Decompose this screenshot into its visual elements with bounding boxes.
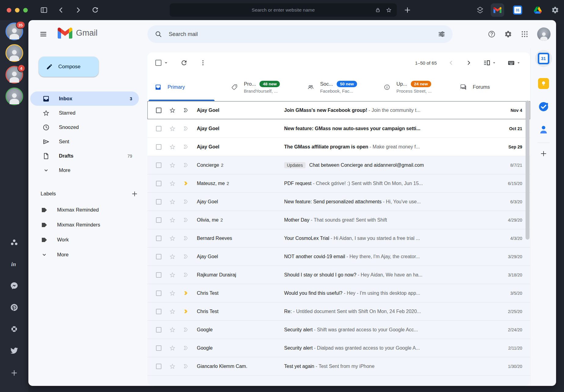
drive-app-tab[interactable] [531, 3, 544, 17]
search-icon[interactable] [155, 30, 162, 38]
account-avatar[interactable] [5, 87, 23, 105]
back-icon[interactable] [57, 6, 65, 14]
gmail-settings-gear-icon[interactable] [504, 30, 512, 38]
zoom-window-button[interactable] [23, 8, 28, 12]
create-label-icon[interactable] [131, 190, 138, 198]
label-item-more[interactable]: More [28, 247, 147, 262]
sidebar-item-more[interactable]: More [30, 163, 139, 177]
label-item-work[interactable]: Work [28, 232, 147, 247]
email-row[interactable]: Ajay GoelThe GMass affiliate program is … [147, 138, 530, 156]
importance-marker-icon[interactable] [183, 253, 189, 260]
star-icon[interactable] [169, 180, 176, 187]
email-row[interactable]: GoogleSecurity alert - Shift was granted… [147, 321, 530, 339]
star-icon[interactable] [169, 107, 176, 114]
email-row[interactable]: Chris TestWould you find this useful? - … [147, 284, 530, 302]
email-checkbox[interactable] [156, 236, 161, 241]
importance-marker-icon[interactable] [183, 363, 189, 369]
star-icon[interactable] [169, 363, 176, 370]
refresh-icon[interactable] [180, 59, 188, 66]
star-icon[interactable] [169, 253, 176, 260]
label-item-mixmaxreminded[interactable]: Mixmax Reminded [28, 202, 147, 217]
email-checkbox[interactable] [156, 199, 161, 205]
pinterest-icon[interactable] [10, 303, 18, 312]
calendar-panel-button[interactable]: 31 [535, 50, 552, 67]
sidebar-item-sent[interactable]: Sent [30, 134, 139, 149]
email-checkbox[interactable] [156, 290, 161, 296]
email-checkbox[interactable] [156, 327, 161, 333]
importance-marker-icon[interactable] [183, 162, 189, 168]
importance-marker-icon[interactable] [183, 326, 189, 333]
gmail-app-tab[interactable] [491, 3, 504, 17]
importance-marker-icon[interactable] [183, 272, 189, 278]
close-window-button[interactable] [7, 8, 11, 12]
email-checkbox[interactable] [156, 309, 161, 314]
importance-marker-icon[interactable] [183, 125, 189, 132]
compose-button[interactable]: Compose [39, 57, 99, 77]
split-view-control[interactable] [483, 59, 497, 66]
sidebar-toggle-icon[interactable] [40, 6, 48, 14]
reload-icon[interactable] [91, 6, 99, 14]
account-avatar[interactable]: 4 [5, 66, 23, 84]
email-row[interactable]: Rajkumar DurairajShould I stay or should… [147, 266, 530, 284]
sidebar-item-starred[interactable]: Starred [30, 106, 139, 120]
email-checkbox[interactable] [156, 345, 161, 351]
minimize-window-button[interactable] [15, 8, 20, 12]
email-checkbox[interactable] [156, 181, 161, 186]
star-icon[interactable] [169, 217, 176, 223]
importance-marker-icon[interactable] [183, 290, 189, 296]
select-dropdown-caret-icon[interactable] [163, 60, 169, 66]
input-tools-control[interactable] [508, 59, 521, 66]
star-icon[interactable] [169, 308, 176, 315]
tab-pro[interactable]: Pro...48 newBrandYourself, ... [224, 73, 300, 101]
contacts-panel-button[interactable] [538, 124, 549, 135]
select-all-checkbox[interactable] [155, 60, 161, 66]
search-filters-icon[interactable] [438, 30, 445, 38]
email-row[interactable]: Mateusz, me2PDF request - Check gdrive! … [147, 174, 530, 193]
star-icon[interactable] [169, 198, 176, 205]
email-checkbox[interactable] [156, 272, 161, 278]
star-icon[interactable] [169, 162, 176, 169]
importance-marker-icon[interactable] [183, 107, 189, 113]
importance-marker-icon[interactable] [183, 180, 189, 187]
slack-icon[interactable] [10, 325, 18, 333]
tab-up[interactable]: Up...24 newProcess Street, ... [376, 73, 453, 101]
messenger-icon[interactable] [10, 282, 18, 290]
add-app-icon[interactable] [10, 369, 18, 377]
email-row[interactable]: Ajay GoelNOT another covid-19 email - He… [147, 248, 530, 266]
address-bar[interactable]: Search or enter website name [170, 3, 397, 17]
list-scrollbar[interactable] [526, 101, 530, 240]
tab-forums[interactable]: Forums [453, 73, 529, 101]
search-input[interactable] [169, 31, 438, 37]
email-row[interactable]: Olivia, me2Mother Day - That sounds grea… [147, 211, 530, 229]
email-row[interactable]: Giancarlo Klemm Cam.Test yet again - Tes… [147, 357, 530, 376]
star-icon[interactable] [169, 125, 176, 132]
importance-marker-icon[interactable] [183, 345, 189, 351]
star-icon[interactable] [169, 326, 176, 333]
newer-page-icon[interactable] [448, 59, 454, 66]
email-row[interactable]: Chris TestRe: - Untitled document Sent w… [147, 302, 530, 321]
importance-marker-icon[interactable] [183, 235, 189, 241]
tab-soc[interactable]: Soc...50 newFacebook, Fac... [300, 73, 376, 101]
email-checkbox[interactable] [156, 126, 161, 131]
keep-panel-button[interactable] [538, 78, 549, 89]
star-icon[interactable] [169, 144, 176, 150]
email-row[interactable]: Ajay GoelNew feature: GMass now auto-sav… [147, 119, 530, 138]
more-options-icon[interactable] [199, 59, 207, 66]
mail-search-bar[interactable] [147, 25, 453, 43]
star-icon[interactable] [169, 345, 176, 351]
email-checkbox[interactable] [156, 162, 161, 168]
sidebar-item-inbox[interactable]: Inbox3 [30, 91, 139, 106]
get-addons-icon[interactable] [540, 150, 548, 158]
tasks-panel-button[interactable] [538, 101, 549, 112]
sidebar-item-snoozed[interactable]: Snoozed [30, 120, 139, 134]
calendar-app-tab[interactable]: 31 [511, 3, 524, 17]
star-icon[interactable] [169, 235, 176, 242]
email-checkbox[interactable] [156, 144, 161, 150]
settings-gear-icon[interactable] [551, 6, 559, 14]
email-checkbox[interactable] [156, 217, 161, 223]
new-tab-icon[interactable] [403, 6, 411, 14]
label-item-mixmaxreminders[interactable]: Mixmax Reminders [28, 217, 147, 232]
google-apps-grid-icon[interactable] [521, 30, 529, 38]
email-checkbox[interactable] [156, 254, 161, 259]
importance-marker-icon[interactable] [183, 144, 189, 150]
